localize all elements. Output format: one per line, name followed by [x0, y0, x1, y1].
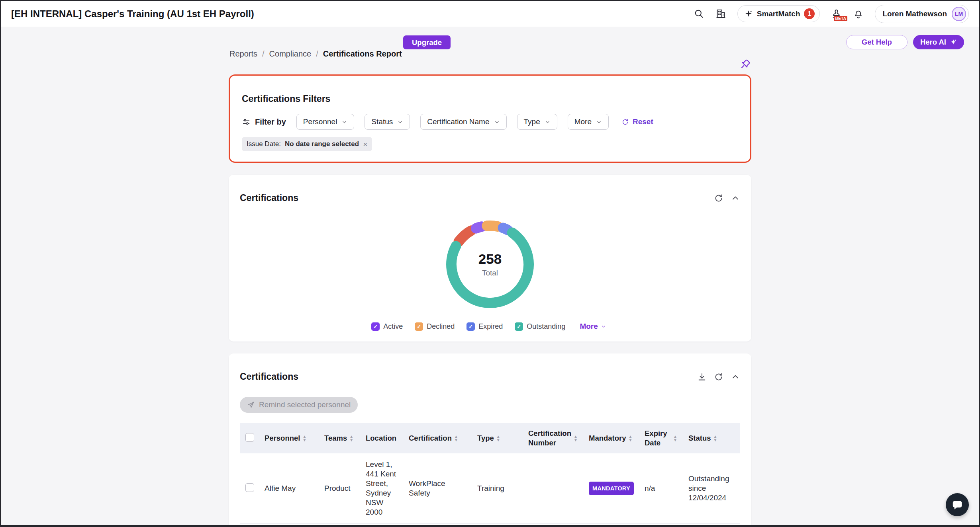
certifications-filters-card: Certifications Filters Filter by Personn…	[229, 74, 751, 163]
download-icon[interactable]	[697, 372, 707, 382]
hero-ai-label: Hero AI	[920, 38, 946, 47]
refresh-icon[interactable]	[714, 372, 723, 382]
close-icon[interactable]: ×	[363, 141, 367, 148]
legend-more-dropdown[interactable]: More	[577, 322, 608, 331]
filter-by-label-group: Filter by	[242, 117, 286, 127]
hero-ai-button[interactable]: Hero AI	[913, 35, 964, 49]
column-header-certification-number[interactable]: Certification Number▲▼	[523, 423, 583, 453]
stamp-icon[interactable]: BETA	[831, 8, 842, 19]
checkbox-checked-icon: ✓	[515, 322, 523, 331]
chart-legend: ✓ Active ✓ Declined ✓ Expired ✓ Outstand…	[240, 322, 740, 331]
certifications-chart-card: Certifications 258 Total	[229, 175, 751, 342]
row-checkbox[interactable]	[245, 483, 254, 492]
chevron-down-icon	[494, 119, 500, 125]
refresh-icon[interactable]	[714, 193, 723, 203]
user-menu[interactable]: Loren Mathewson LM	[875, 5, 969, 23]
chart-card-header: Certifications	[240, 185, 740, 211]
filters-title: Certifications Filters	[242, 94, 738, 104]
column-header-status[interactable]: Status▲▼	[683, 423, 740, 453]
sort-arrows-icon: ▲▼	[629, 435, 633, 442]
sort-arrows-icon: ▲▼	[713, 435, 717, 442]
sort-arrows-icon: ▲▼	[454, 435, 458, 442]
app-window: [EH INTERNAL] Casper's Training (AU 1st …	[0, 0, 980, 527]
donut-center: 258 Total	[442, 217, 538, 312]
sparkle-icon	[744, 10, 753, 18]
cell-certification-number	[523, 524, 583, 527]
table-row: Alfie May Product Level 1, 441 Kent Stre…	[240, 524, 740, 527]
select-all-checkbox[interactable]	[245, 433, 254, 442]
cell-personnel: Alfie May	[259, 524, 319, 527]
mandatory-badge: MANDATORY	[589, 482, 634, 495]
table-header-row: Personnel▲▼ Teams▲▼ Location Certificati…	[240, 423, 740, 453]
donut-total-value: 258	[478, 251, 502, 267]
table-row: Alfie May Product Level 1, 441 Kent Stre…	[240, 453, 740, 524]
active-filter-chips: Issue Date: No date range selected ×	[242, 137, 738, 151]
more-filter-dropdown[interactable]: More	[568, 114, 609, 130]
cell-mandatory: MANDATORY	[583, 453, 639, 524]
collapse-chevron-up-icon[interactable]	[731, 372, 740, 382]
cell-certification-number	[523, 453, 583, 524]
reset-filters-button[interactable]: Reset	[619, 117, 656, 127]
table-card-header: Certifications	[240, 364, 740, 390]
legend-item-declined[interactable]: ✓ Declined	[415, 322, 455, 331]
more-label: More	[580, 322, 598, 331]
chevron-down-icon	[596, 119, 602, 125]
reset-label: Reset	[633, 117, 653, 126]
company-building-icon[interactable]	[715, 8, 726, 19]
user-name: Loren Mathewson	[882, 10, 947, 18]
cell-location: Level 1, 441 Kent Street, Sydney NSW 200…	[360, 453, 403, 524]
legend-label: Expired	[478, 322, 503, 331]
column-header-certification[interactable]: Certification▲▼	[403, 423, 472, 453]
collapse-chevron-up-icon[interactable]	[731, 193, 740, 203]
org-title: [EH INTERNAL] Casper's Training (AU 1st …	[11, 8, 254, 20]
personnel-filter-dropdown[interactable]: Personnel	[296, 114, 355, 130]
certifications-table-card: Certifications Remind selected personnel	[229, 353, 751, 527]
certification-name-filter-dropdown[interactable]: Certification Name	[420, 114, 506, 130]
checkbox-checked-icon: ✓	[415, 322, 423, 331]
legend-label: Declined	[427, 322, 455, 331]
cell-status: Outstanding since 12/04/2024	[683, 524, 740, 527]
sort-arrows-icon: ▲▼	[349, 435, 353, 442]
status-filter-dropdown[interactable]: Status	[365, 114, 410, 130]
filter-row: Filter by Personnel Status Certification…	[242, 114, 738, 130]
column-header-mandatory[interactable]: Mandatory▲▼	[583, 423, 639, 453]
cell-mandatory: OPTIONAL	[583, 524, 639, 527]
header-actions: Get Help Hero AI	[846, 35, 964, 49]
refresh-icon	[621, 118, 629, 126]
type-filter-dropdown[interactable]: Type	[517, 114, 557, 130]
cell-type: Check	[472, 524, 523, 527]
sort-arrows-icon: ▲▼	[496, 435, 500, 442]
legend-item-expired[interactable]: ✓ Expired	[466, 322, 503, 331]
dropdown-label: Certification Name	[427, 117, 489, 126]
search-icon[interactable]	[694, 8, 704, 19]
cell-teams: Product	[319, 524, 360, 527]
column-header-teams[interactable]: Teams▲▼	[319, 423, 360, 453]
checkbox-checked-icon: ✓	[371, 322, 380, 331]
page-body: Certifications Filters Filter by Personn…	[229, 27, 751, 527]
sort-arrows-icon: ▲▼	[302, 435, 306, 442]
get-help-button[interactable]: Get Help	[846, 35, 907, 49]
chat-launcher-button[interactable]	[946, 493, 969, 516]
column-header-location[interactable]: Location	[360, 423, 403, 453]
column-header-personnel[interactable]: Personnel▲▼	[259, 423, 319, 453]
chevron-down-icon	[397, 119, 403, 125]
column-header-type[interactable]: Type▲▼	[472, 423, 523, 453]
dropdown-label: Personnel	[303, 117, 337, 126]
chart-card-tools	[714, 193, 740, 203]
legend-item-outstanding[interactable]: ✓ Outstanding	[515, 322, 565, 331]
legend-item-active[interactable]: ✓ Active	[371, 322, 403, 331]
dropdown-label: Type	[524, 117, 540, 126]
remind-button-label: Remind selected personnel	[259, 400, 351, 409]
legend-label: Outstanding	[527, 322, 565, 331]
legend-label: Active	[383, 322, 403, 331]
sort-arrows-icon: ▲▼	[673, 435, 677, 442]
column-header-expiry-date[interactable]: Expiry Date▲▼	[639, 423, 683, 453]
dropdown-label: Status	[371, 117, 393, 126]
smartmatch-button[interactable]: SmartMatch 1	[737, 5, 820, 22]
beta-tag: BETA	[834, 16, 847, 21]
chip-value: No date range selected	[285, 140, 359, 148]
topbar: [EH INTERNAL] Casper's Training (AU 1st …	[1, 1, 979, 27]
remind-selected-personnel-button[interactable]: Remind selected personnel	[240, 397, 358, 413]
notifications-bell-icon[interactable]	[853, 8, 864, 19]
chevron-down-icon	[601, 324, 606, 329]
